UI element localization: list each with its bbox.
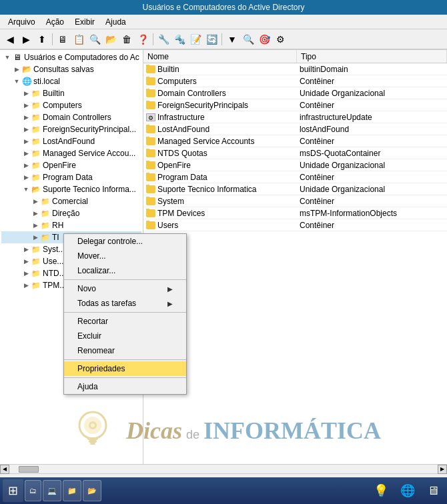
ntds-expander[interactable]: ▶ — [21, 269, 31, 278]
row-managed[interactable]: Managed Service Accounts Contêiner — [143, 135, 447, 147]
ctx-renomear[interactable]: Renomear — [64, 343, 186, 358]
taskbar-app-1[interactable]: 🗂 — [25, 480, 41, 501]
column-headers: Nome Tipo — [143, 50, 447, 63]
tree-rh[interactable]: ▶ 📁 RH — [1, 219, 141, 231]
taskbar-app-3[interactable]: 📁 — [63, 480, 81, 501]
settings2-button[interactable]: 🔩 — [172, 32, 187, 47]
ctx-recortar[interactable]: Recortar — [64, 314, 186, 329]
ctx-propriedades[interactable]: Propriedades — [64, 361, 186, 376]
find-button[interactable]: 🔍 — [241, 32, 256, 47]
comercial-expander[interactable]: ▶ — [31, 197, 40, 206]
rh-expander[interactable]: ▶ — [31, 221, 40, 230]
builtin-expander[interactable]: ▶ — [21, 89, 31, 98]
dc-label: Domain Controllers — [43, 113, 111, 122]
ctx-delegar[interactable]: Delegar controle... — [64, 234, 186, 249]
lost-expander[interactable]: ▶ — [21, 137, 31, 146]
delete-button[interactable]: 🗑 — [119, 32, 134, 47]
h-scrollbar[interactable]: ◀ ▶ — [0, 464, 447, 473]
row-users[interactable]: Users Contêiner — [143, 219, 447, 231]
system-expander[interactable]: ▶ — [21, 245, 31, 254]
root-expander[interactable]: ▼ — [3, 53, 12, 62]
row-openfire[interactable]: OpenFire Unidade Organizacional — [143, 159, 447, 171]
filter-button[interactable]: ▼ — [225, 32, 240, 47]
taskbar-monitor[interactable]: 🖥 — [422, 479, 444, 502]
tree-lost[interactable]: ▶ 📁 LostAndFound — [1, 135, 141, 147]
col-nome[interactable]: Nome — [143, 50, 297, 63]
ctx-ajuda[interactable]: Ajuda — [64, 379, 186, 394]
tpm-folder-icon — [146, 209, 155, 217]
menu-ajuda[interactable]: Ajuda — [100, 16, 131, 28]
refresh-button[interactable]: 🔄 — [204, 32, 219, 47]
suporte-expander[interactable]: ▼ — [21, 185, 31, 194]
tree-openfire[interactable]: ▶ 📁 OpenFire — [1, 159, 141, 171]
tpm-expander[interactable]: ▶ — [21, 281, 31, 290]
row-suporte[interactable]: Suporte Tecnico Informatica Unidade Orga… — [143, 183, 447, 195]
settings1-button[interactable]: 🔧 — [156, 32, 171, 47]
tree-foreign[interactable]: ▶ 📁 ForeignSecurityPrincipal... — [1, 123, 141, 135]
cell-suporte-type: Unidade Organizacional — [297, 185, 447, 194]
target-button[interactable]: 🎯 — [257, 32, 272, 47]
direcao-expander[interactable]: ▶ — [31, 209, 40, 218]
computer-button[interactable]: 🖥 — [55, 32, 70, 47]
back-button[interactable]: ◀ — [3, 32, 17, 47]
openfire-expander[interactable]: ▶ — [21, 161, 31, 170]
row-lostandfound[interactable]: LostAndFound lostAndFound — [143, 123, 447, 135]
foreign-label: ForeignSecurityPrincipal... — [43, 125, 136, 134]
tree-programdata[interactable]: ▶ 📁 Program Data — [1, 171, 141, 183]
computers-expander[interactable]: ▶ — [21, 101, 31, 110]
menu-acao[interactable]: Ação — [41, 16, 69, 28]
scroll-left-btn[interactable]: ◀ — [0, 465, 9, 474]
taskbar-lightbulb[interactable]: 💡 — [368, 479, 394, 502]
foreign-expander[interactable]: ▶ — [21, 125, 31, 134]
dc-expander[interactable]: ▶ — [21, 113, 31, 122]
row-system[interactable]: System Contêiner — [143, 195, 447, 207]
row-foreign[interactable]: ForeignSecurityPrincipals Contêiner — [143, 99, 447, 111]
gear-button[interactable]: ⚙ — [273, 32, 288, 47]
up-button[interactable]: ⬆ — [35, 32, 49, 47]
managed-expander[interactable]: ▶ — [21, 149, 31, 158]
scroll-right-btn[interactable]: ▶ — [438, 465, 447, 474]
ctx-mover[interactable]: Mover... — [64, 249, 186, 263]
help-button[interactable]: ❓ — [135, 32, 150, 47]
ti-expander[interactable]: ▶ — [31, 233, 40, 242]
tree-consultas[interactable]: ▶ 📂 Consultas salvas — [1, 63, 141, 75]
row-computers[interactable]: Computers Contêiner — [143, 75, 447, 87]
ctx-todas-tarefas[interactable]: Todas as tarefas ▶ — [64, 296, 186, 311]
tree-managed[interactable]: ▶ 📁 Managed Service Accou... — [1, 147, 141, 159]
edit-button[interactable]: 📝 — [188, 32, 203, 47]
consultas-expander[interactable]: ▶ — [12, 65, 21, 74]
ctx-excluir[interactable]: Excluir — [64, 329, 186, 343]
cell-programdata-name: Program Data — [143, 173, 297, 182]
taskbar-globe[interactable]: 🌐 — [395, 479, 420, 502]
forward-button[interactable]: ▶ — [19, 32, 33, 47]
copy-button[interactable]: 📋 — [71, 32, 86, 47]
menu-exibir[interactable]: Exibir — [69, 16, 100, 28]
tree-suporte[interactable]: ▼ 📂 Suporte Tecnico Informa... — [1, 183, 141, 195]
ctx-novo[interactable]: Novo ▶ — [64, 281, 186, 296]
row-dc[interactable]: Domain Controllers Unidade Organizaciona… — [143, 87, 447, 99]
tree-comercial[interactable]: ▶ 📁 Comercial — [1, 195, 141, 207]
tree-builtin[interactable]: ▶ 📁 Builtin — [1, 87, 141, 99]
users-expander[interactable]: ▶ — [21, 257, 31, 266]
tree-domain-controllers[interactable]: ▶ 📁 Domain Controllers — [1, 111, 141, 123]
tree-direcao[interactable]: ▶ 📁 Direção — [1, 207, 141, 219]
tree-root[interactable]: ▼ 🖥 Usuários e Computadores do Ac — [1, 51, 141, 63]
sti-expander[interactable]: ▼ — [12, 77, 21, 86]
scroll-thumb[interactable] — [19, 466, 39, 473]
row-programdata[interactable]: Program Data Contêiner — [143, 171, 447, 183]
col-tipo[interactable]: Tipo — [297, 50, 447, 63]
row-ntds[interactable]: NTDS Quotas msDS-QuotaContainer — [143, 147, 447, 159]
row-infrastructure[interactable]: ⚙ Infrastructure infrastructureUpdate — [143, 111, 447, 123]
row-tpm[interactable]: TPM Devices msTPM-InformationObjects — [143, 207, 447, 219]
row-builtin[interactable]: Builtin builtinDomain — [143, 63, 447, 75]
ctx-localizar[interactable]: Localizar... — [64, 263, 186, 278]
menu-arquivo[interactable]: Arquivo — [3, 16, 41, 28]
taskbar-app-4[interactable]: 📂 — [83, 480, 101, 501]
search-button[interactable]: 🔍 — [87, 32, 102, 47]
folder-button[interactable]: 📂 — [103, 32, 118, 47]
tree-sti-local[interactable]: ▼ 🌐 sti.local — [1, 75, 141, 87]
taskbar-app-2[interactable]: 💻 — [43, 480, 61, 501]
start-button[interactable]: ⊞ — [3, 479, 23, 502]
programdata-expander[interactable]: ▶ — [21, 173, 31, 182]
tree-computers[interactable]: ▶ 📁 Computers — [1, 99, 141, 111]
